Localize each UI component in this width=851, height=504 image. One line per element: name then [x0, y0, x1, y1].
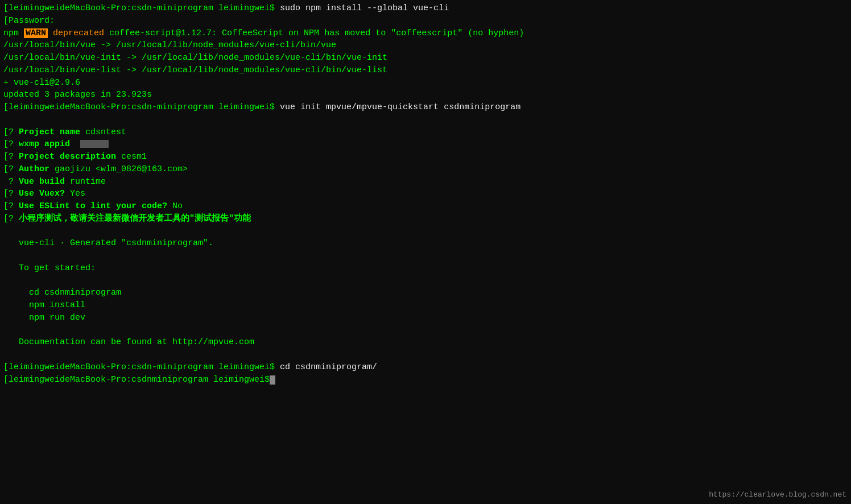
terminal-line: [? Author gaojizu <wlm_0826@163.com>	[3, 163, 848, 176]
terminal-line: [? Use Vuex? Yes	[3, 188, 848, 200]
terminal-line-blank	[3, 114, 848, 126]
terminal-line: [Password:	[3, 15, 848, 27]
terminal-line: [leimingweideMacBook-Pro:csdn-miniprogra…	[3, 101, 848, 114]
terminal-line: [? Project name cdsntest	[3, 126, 848, 139]
terminal-line-blank	[3, 225, 848, 238]
terminal-line: To get started:	[3, 262, 848, 275]
terminal-line: + vue-cli@2.9.6	[3, 77, 848, 89]
terminal-line-chinese: [? 小程序测试，敬请关注最新微信开发者工具的"测试报告"功能	[3, 213, 848, 225]
cursor	[270, 375, 275, 385]
command: sudo npm install --global vue-cli	[275, 3, 449, 13]
terminal-line-blank	[3, 250, 848, 262]
terminal-line: /usr/local/bin/vue-init -> /usr/local/li…	[3, 52, 848, 64]
terminal-line: Documentation can be found at http://mpv…	[3, 336, 848, 349]
terminal-line: [? Use ESLint to lint your code? No	[3, 200, 848, 213]
terminal-line: npm WARN deprecated coffee-script@1.12.7…	[3, 27, 848, 40]
terminal-line-final: [leimingweideMacBook-Pro:csdnminiprogram…	[3, 374, 848, 386]
terminal-line-blank	[3, 275, 848, 287]
terminal: [leimingweideMacBook-Pro:csdn-miniprogra…	[0, 0, 851, 504]
terminal-line: cd csdnminiprogram	[3, 287, 848, 299]
bottom-url: https://clearlove.blog.csdn.net	[709, 490, 846, 501]
terminal-line-updated-packages: updated 3 packages in 23.923s	[3, 89, 848, 101]
terminal-line: [leimingweideMacBook-Pro:csdn-miniprogra…	[3, 2, 848, 15]
terminal-line: npm run dev	[3, 312, 848, 324]
appid-input-placeholder	[80, 140, 109, 148]
terminal-line-blank	[3, 349, 848, 361]
terminal-line: [? Project description cesm1	[3, 151, 848, 163]
terminal-line-blank	[3, 324, 848, 337]
terminal-line: /usr/local/bin/vue-list -> /usr/local/li…	[3, 64, 848, 77]
terminal-line: /usr/local/bin/vue -> /usr/local/lib/nod…	[3, 39, 848, 52]
prompt: [leimingweideMacBook-Pro:csdn-miniprogra…	[3, 3, 275, 13]
warn-badge: WARN	[24, 28, 48, 38]
terminal-line: npm install	[3, 299, 848, 312]
terminal-line: [? wxmp appid	[3, 138, 848, 151]
terminal-line: [leimingweideMacBook-Pro:csdn-miniprogra…	[3, 361, 848, 374]
terminal-line: vue-cli · Generated "csdnminiprogram".	[3, 237, 848, 250]
terminal-line: ? Vue build runtime	[3, 176, 848, 188]
